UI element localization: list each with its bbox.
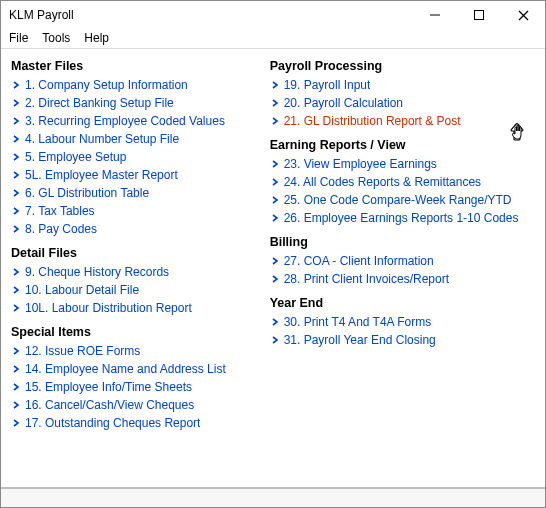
chevron-right-icon	[270, 317, 280, 327]
chevron-right-icon	[11, 170, 21, 180]
chevron-right-icon	[270, 256, 280, 266]
menu-item-label: 20. Payroll Calculation	[284, 95, 403, 111]
menu-tools[interactable]: Tools	[42, 31, 70, 45]
menu-item-label: 9. Cheque History Records	[25, 264, 169, 280]
chevron-right-icon	[11, 382, 21, 392]
chevron-right-icon	[270, 177, 280, 187]
chevron-right-icon	[11, 285, 21, 295]
maximize-button[interactable]	[457, 1, 501, 29]
menu-file[interactable]: File	[9, 31, 28, 45]
section-heading-year-end: Year End	[270, 296, 537, 310]
menu-item-15-employee-info-time-sheets[interactable]: 15. Employee Info/Time Sheets	[11, 378, 266, 396]
chevron-right-icon	[11, 346, 21, 356]
menu-item-10-labour-detail-file[interactable]: 10. Labour Detail File	[11, 281, 266, 299]
menu-item-6-gl-distribution-table[interactable]: 6. GL Distribution Table	[11, 184, 266, 202]
menu-item-label: 10. Labour Detail File	[25, 282, 139, 298]
section-heading-detail-files: Detail Files	[11, 246, 266, 260]
menu-item-31-payroll-year-end-closing[interactable]: 31. Payroll Year End Closing	[270, 331, 537, 349]
menu-item-21-gl-distribution-report-post[interactable]: 21. GL Distribution Report & Post	[270, 112, 537, 130]
menu-item-3-recurring-employee-coded-values[interactable]: 3. Recurring Employee Coded Values	[11, 112, 266, 130]
menu-item-label: 31. Payroll Year End Closing	[284, 332, 436, 348]
section-heading-payroll-processing: Payroll Processing	[270, 59, 537, 73]
titlebar: KLM Payroll	[1, 1, 545, 29]
app-window: KLM Payroll File Tools Help Master Files…	[0, 0, 546, 508]
chevron-right-icon	[270, 98, 280, 108]
menu-item-16-cancel-cash-view-cheques[interactable]: 16. Cancel/Cash/View Cheques	[11, 396, 266, 414]
menu-item-label: 27. COA - Client Information	[284, 253, 434, 269]
chevron-right-icon	[11, 152, 21, 162]
svg-rect-1	[475, 11, 484, 20]
menu-item-4-labour-number-setup-file[interactable]: 4. Labour Number Setup File	[11, 130, 266, 148]
chevron-right-icon	[270, 213, 280, 223]
chevron-right-icon	[270, 116, 280, 126]
menu-item-label: 28. Print Client Invoices/Report	[284, 271, 449, 287]
window-controls	[413, 1, 545, 29]
menu-item-label: 5. Employee Setup	[25, 149, 126, 165]
menu-item-label: 4. Labour Number Setup File	[25, 131, 179, 147]
minimize-button[interactable]	[413, 1, 457, 29]
menu-item-label: 24. All Codes Reports & Remittances	[284, 174, 481, 190]
statusbar	[1, 487, 545, 507]
menu-item-label: 10L. Labour Distribution Report	[25, 300, 192, 316]
menu-item-label: 14. Employee Name and Address List	[25, 361, 226, 377]
chevron-right-icon	[270, 80, 280, 90]
chevron-right-icon	[11, 116, 21, 126]
close-button[interactable]	[501, 1, 545, 29]
menu-item-label: 5L. Employee Master Report	[25, 167, 178, 183]
chevron-right-icon	[270, 274, 280, 284]
menu-item-label: 8. Pay Codes	[25, 221, 97, 237]
menu-item-label: 17. Outstanding Cheques Report	[25, 415, 200, 431]
content-area: Master Files1. Company Setup Information…	[1, 49, 545, 487]
chevron-right-icon	[270, 195, 280, 205]
section-heading-earning-reports-view: Earning Reports / View	[270, 138, 537, 152]
menu-item-30-print-t4-and-t4a-forms[interactable]: 30. Print T4 And T4A Forms	[270, 313, 537, 331]
menu-item-26-employee-earnings-reports-1-10-codes[interactable]: 26. Employee Earnings Reports 1-10 Codes	[270, 209, 537, 227]
menu-item-label: 30. Print T4 And T4A Forms	[284, 314, 432, 330]
menu-item-14-employee-name-and-address-list[interactable]: 14. Employee Name and Address List	[11, 360, 266, 378]
menu-item-label: 23. View Employee Earnings	[284, 156, 437, 172]
menu-item-5-employee-setup[interactable]: 5. Employee Setup	[11, 148, 266, 166]
menu-item-label: 15. Employee Info/Time Sheets	[25, 379, 192, 395]
menu-item-2-direct-banking-setup-file[interactable]: 2. Direct Banking Setup File	[11, 94, 266, 112]
chevron-right-icon	[11, 303, 21, 313]
menu-item-12-issue-roe-forms[interactable]: 12. Issue ROE Forms	[11, 342, 266, 360]
chevron-right-icon	[11, 267, 21, 277]
menu-item-24-all-codes-reports-remittances[interactable]: 24. All Codes Reports & Remittances	[270, 173, 537, 191]
menu-item-5l-employee-master-report[interactable]: 5L. Employee Master Report	[11, 166, 266, 184]
menu-item-17-outstanding-cheques-report[interactable]: 17. Outstanding Cheques Report	[11, 414, 266, 432]
chevron-right-icon	[11, 206, 21, 216]
chevron-right-icon	[11, 188, 21, 198]
chevron-right-icon	[11, 364, 21, 374]
window-title: KLM Payroll	[9, 8, 413, 22]
menu-item-label: 3. Recurring Employee Coded Values	[25, 113, 225, 129]
chevron-right-icon	[11, 400, 21, 410]
left-column: Master Files1. Company Setup Information…	[11, 59, 266, 483]
menu-item-label: 16. Cancel/Cash/View Cheques	[25, 397, 194, 413]
menu-item-label: 2. Direct Banking Setup File	[25, 95, 174, 111]
menu-item-label: 26. Employee Earnings Reports 1-10 Codes	[284, 210, 519, 226]
chevron-right-icon	[270, 159, 280, 169]
menu-item-label: 19. Payroll Input	[284, 77, 371, 93]
menu-item-20-payroll-calculation[interactable]: 20. Payroll Calculation	[270, 94, 537, 112]
menu-item-19-payroll-input[interactable]: 19. Payroll Input	[270, 76, 537, 94]
menu-item-label: 7. Tax Tables	[25, 203, 95, 219]
menubar: File Tools Help	[1, 29, 545, 49]
chevron-right-icon	[11, 224, 21, 234]
menu-item-25-one-code-compare-week-range-ytd[interactable]: 25. One Code Compare-Week Range/YTD	[270, 191, 537, 209]
menu-help[interactable]: Help	[84, 31, 109, 45]
menu-item-1-company-setup-information[interactable]: 1. Company Setup Information	[11, 76, 266, 94]
menu-item-9-cheque-history-records[interactable]: 9. Cheque History Records	[11, 263, 266, 281]
chevron-right-icon	[11, 418, 21, 428]
menu-item-23-view-employee-earnings[interactable]: 23. View Employee Earnings	[270, 155, 537, 173]
menu-item-7-tax-tables[interactable]: 7. Tax Tables	[11, 202, 266, 220]
chevron-right-icon	[11, 80, 21, 90]
section-heading-billing: Billing	[270, 235, 537, 249]
menu-item-27-coa-client-information[interactable]: 27. COA - Client Information	[270, 252, 537, 270]
menu-item-8-pay-codes[interactable]: 8. Pay Codes	[11, 220, 266, 238]
chevron-right-icon	[270, 335, 280, 345]
section-heading-master-files: Master Files	[11, 59, 266, 73]
menu-item-28-print-client-invoices-report[interactable]: 28. Print Client Invoices/Report	[270, 270, 537, 288]
menu-item-label: 12. Issue ROE Forms	[25, 343, 140, 359]
menu-item-10l-labour-distribution-report[interactable]: 10L. Labour Distribution Report	[11, 299, 266, 317]
menu-item-label: 25. One Code Compare-Week Range/YTD	[284, 192, 512, 208]
